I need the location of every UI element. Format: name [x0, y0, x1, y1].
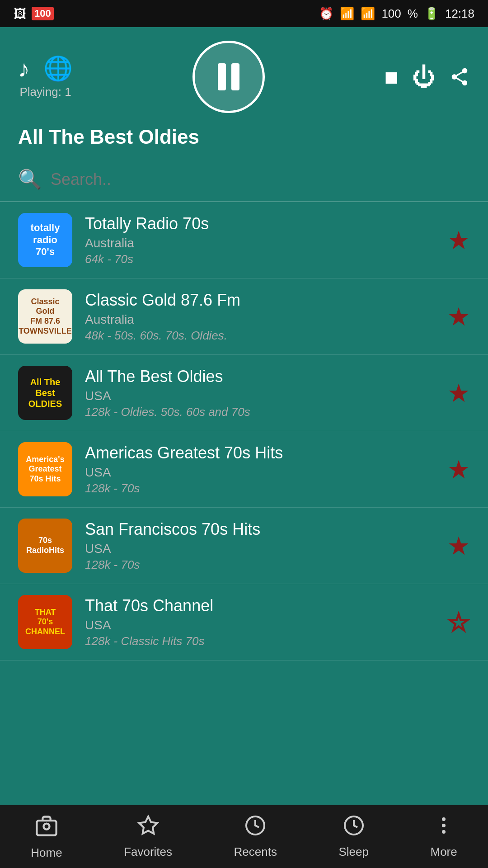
- more-icon: [433, 815, 455, 841]
- favorite-button[interactable]: ★: [447, 531, 470, 561]
- bottom-nav: Home Favorites Recents Sleep More: [0, 805, 488, 868]
- playing-label: Playing: 1: [19, 85, 71, 99]
- station-country: USA: [85, 542, 435, 556]
- home-icon: [35, 814, 58, 842]
- station-logo: 70sRadioHits: [18, 519, 72, 573]
- station-country: USA: [85, 389, 435, 403]
- station-item[interactable]: ClassicGoldFM 87.6TOWNSVILLE Classic Gol…: [0, 278, 488, 355]
- search-bar: 🔍: [0, 157, 488, 202]
- favorites-icon: [137, 815, 159, 841]
- station-logo: THAT70'sCHANNEL: [18, 595, 72, 649]
- alarm-icon: ⏰: [319, 7, 333, 21]
- status-left: 🖼 100: [14, 6, 54, 21]
- station-meta: 48k - 50s. 60s. 70s. Oldies.: [85, 329, 435, 343]
- pause-bar-right: [231, 63, 239, 90]
- signal-icon: 📶: [361, 7, 375, 21]
- nav-favorites[interactable]: Favorites: [124, 815, 172, 859]
- station-name: That 70s Channel: [85, 596, 435, 615]
- favorite-button[interactable]: ★: [447, 378, 470, 408]
- status-right: ⏰ 📶 📶 100% 🔋 12:18: [319, 7, 474, 21]
- nav-more[interactable]: More: [430, 815, 457, 859]
- image-icon: 🖼: [14, 6, 26, 21]
- logo-text: America'sGreatest70s Hits: [24, 453, 66, 486]
- station-item[interactable]: America'sGreatest70s Hits Americas Great…: [0, 431, 488, 508]
- left-icons: ♪ 🌐: [18, 55, 73, 82]
- recents-label: Recents: [234, 845, 277, 859]
- station-item[interactable]: THAT70'sCHANNEL That 70s Channel USA 128…: [0, 584, 488, 660]
- main-content: ♪ 🌐 Playing: 1 ■ ⏻: [0, 27, 488, 805]
- sleep-icon: [343, 815, 365, 841]
- favorite-button[interactable]: ★: [447, 226, 470, 255]
- station-meta: 64k - 70s: [85, 252, 435, 266]
- globe-icon-button[interactable]: 🌐: [43, 55, 73, 82]
- station-title: All The Best Oldies: [18, 126, 199, 148]
- status-bar: 🖼 100 ⏰ 📶 📶 100% 🔋 12:18: [0, 0, 488, 27]
- logo-text: totallyradio70's: [29, 220, 62, 259]
- station-name: Totally Radio 70s: [85, 214, 435, 233]
- svg-point-1: [43, 823, 49, 829]
- favorite-button[interactable]: ★: [447, 455, 470, 484]
- logo-text: ClassicGoldFM 87.6TOWNSVILLE: [18, 295, 72, 338]
- station-logo: America'sGreatest70s Hits: [18, 442, 72, 496]
- station-info: All The Best Oldies USA 128k - Oldies. 5…: [85, 367, 435, 419]
- recents-icon: [244, 815, 266, 841]
- player-controls-row: ♪ 🌐 Playing: 1 ■ ⏻: [18, 41, 470, 113]
- station-name: Americas Greatest 70s Hits: [85, 443, 435, 462]
- station-info: Totally Radio 70s Australia 64k - 70s: [85, 214, 435, 266]
- logo-text: 70sRadioHits: [24, 534, 66, 557]
- svg-marker-2: [139, 816, 157, 834]
- share-button[interactable]: [449, 66, 470, 87]
- pause-bar-left: [218, 63, 226, 90]
- station-info: Americas Greatest 70s Hits USA 128k - 70…: [85, 443, 435, 495]
- station-country: Australia: [85, 312, 435, 327]
- station-item[interactable]: All The BestOLDIES All The Best Oldies U…: [0, 355, 488, 431]
- station-logo: totallyradio70's: [18, 213, 72, 267]
- station-name: Classic Gold 87.6 Fm: [85, 291, 435, 310]
- station-name: San Franciscos 70s Hits: [85, 520, 435, 539]
- favorite-button[interactable]: ★: [447, 302, 470, 331]
- station-meta: 128k - Classic Hits 70s: [85, 634, 435, 648]
- logo-text: THAT70'sCHANNEL: [23, 606, 67, 639]
- svg-point-5: [442, 817, 446, 821]
- station-country: USA: [85, 618, 435, 632]
- stop-button[interactable]: ■: [385, 63, 399, 90]
- station-country: Australia: [85, 236, 435, 250]
- battery-percent: 100: [381, 7, 401, 21]
- station-item[interactable]: 70sRadioHits San Franciscos 70s Hits USA…: [0, 508, 488, 584]
- svg-point-6: [442, 824, 446, 827]
- power-button[interactable]: ⏻: [412, 63, 436, 90]
- favorite-button[interactable]: ☆: [447, 608, 470, 637]
- nav-home[interactable]: Home: [31, 814, 62, 860]
- station-logo: ClassicGoldFM 87.6TOWNSVILLE: [18, 289, 72, 344]
- nav-recents[interactable]: Recents: [234, 815, 277, 859]
- left-controls: ♪ 🌐 Playing: 1: [18, 55, 73, 99]
- search-input[interactable]: [51, 170, 470, 189]
- station-info: San Franciscos 70s Hits USA 128k - 70s: [85, 520, 435, 572]
- radio-icon: 100: [32, 7, 54, 20]
- station-info: That 70s Channel USA 128k - Classic Hits…: [85, 596, 435, 648]
- station-name: All The Best Oldies: [85, 367, 435, 386]
- svg-point-7: [442, 830, 446, 834]
- battery-icon: 🔋: [424, 7, 439, 21]
- wifi-icon: 📶: [340, 7, 354, 21]
- clock: 12:18: [445, 7, 474, 21]
- home-label: Home: [31, 846, 62, 860]
- pause-icon: [218, 63, 239, 90]
- logo-text: All The BestOLDIES: [18, 375, 72, 411]
- pause-button[interactable]: [192, 41, 265, 113]
- station-country: USA: [85, 465, 435, 480]
- right-controls: ■ ⏻: [385, 63, 470, 90]
- station-list: totallyradio70's Totally Radio 70s Austr…: [0, 202, 488, 805]
- more-label: More: [430, 845, 457, 859]
- station-meta: 128k - Oldies. 50s. 60s and 70s: [85, 405, 435, 419]
- sleep-label: Sleep: [338, 845, 369, 859]
- search-icon: 🔍: [18, 168, 42, 190]
- station-meta: 128k - 70s: [85, 558, 435, 572]
- station-meta: 128k - 70s: [85, 481, 435, 495]
- nav-sleep[interactable]: Sleep: [338, 815, 369, 859]
- station-item[interactable]: totallyradio70's Totally Radio 70s Austr…: [0, 202, 488, 278]
- station-info: Classic Gold 87.6 Fm Australia 48k - 50s…: [85, 291, 435, 343]
- favorites-label: Favorites: [124, 845, 172, 859]
- player-area: ♪ 🌐 Playing: 1 ■ ⏻: [0, 27, 488, 157]
- music-icon-button[interactable]: ♪: [18, 55, 30, 82]
